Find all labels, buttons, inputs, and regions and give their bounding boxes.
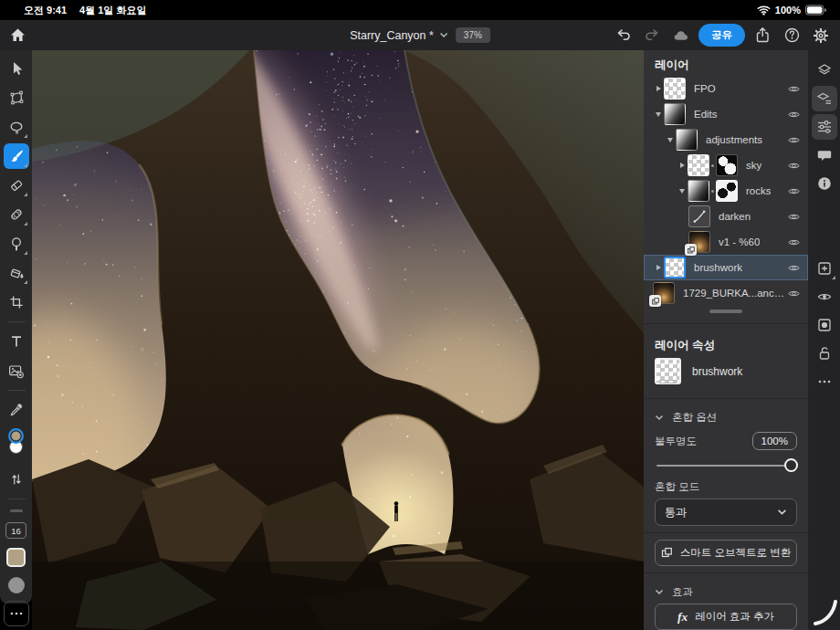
caret-down-icon[interactable] [677, 189, 688, 194]
tool-transform[interactable] [4, 85, 29, 110]
tool-move[interactable] [4, 56, 29, 81]
layer-row[interactable]: sky [644, 152, 808, 178]
cloud-sync-icon[interactable] [669, 24, 693, 47]
visibility-toggle-icon[interactable] [787, 133, 801, 147]
settings-gear-icon[interactable] [809, 24, 833, 47]
caret-right-icon[interactable] [677, 163, 688, 168]
home-button[interactable] [5, 24, 29, 47]
selected-layer-name: brushwork [692, 365, 742, 378]
tool-place-image[interactable] [4, 358, 29, 383]
info-button[interactable] [812, 171, 837, 196]
share-button[interactable]: 공유 [698, 24, 745, 47]
layer-thumbnail[interactable] [664, 103, 686, 125]
opacity-slider[interactable] [656, 458, 795, 473]
blend-mode-label: 혼합 모드 [644, 475, 808, 499]
toolbar-more-button[interactable] [4, 601, 29, 626]
layer-thumbnail[interactable] [664, 78, 686, 100]
layer-row[interactable]: v1 - %60 [644, 229, 808, 255]
tool-healing-brush[interactable] [4, 202, 29, 227]
layer-name: sky [746, 160, 761, 171]
adjustments-panel-button[interactable] [812, 114, 837, 140]
toolbar-divider [7, 499, 26, 499]
layer-thumbnail[interactable] [688, 180, 709, 202]
divider [644, 572, 808, 573]
caret-down-icon[interactable] [665, 138, 676, 142]
layer-row[interactable]: rocks [644, 178, 808, 204]
caret-right-icon[interactable] [653, 86, 664, 91]
clock: 오전 9:41 [24, 4, 67, 17]
tool-brush[interactable] [4, 143, 29, 169]
layer-row[interactable]: darken [644, 204, 808, 229]
tool-lasso[interactable] [4, 114, 29, 140]
undo-button[interactable] [611, 24, 635, 47]
layer-thumbnail[interactable] [688, 231, 710, 253]
visibility-toggle-icon[interactable] [787, 159, 801, 173]
layer-thumbnail[interactable] [653, 282, 675, 304]
mask-link-icon [711, 164, 714, 167]
opacity-value-field[interactable]: 100% [752, 432, 797, 450]
panel-drag-handle[interactable] [709, 310, 742, 313]
layer-thumbnail[interactable] [676, 129, 698, 151]
effects-header[interactable]: 효과 [644, 580, 808, 604]
document-title[interactable]: Starry_Canyon * [350, 29, 448, 42]
layer-thumbnail[interactable] [688, 205, 710, 227]
layer-properties-row: brushwork [644, 356, 808, 392]
layer-visibility-button[interactable] [812, 284, 837, 310]
layers-view-button[interactable] [812, 58, 837, 83]
layer-row[interactable]: 1729_BURKA...anced-NR33 [644, 280, 808, 306]
add-layer-effects-button[interactable]: fx 레이어 효과 추가 [655, 604, 797, 630]
tool-fill-bucket[interactable] [4, 260, 29, 286]
visibility-toggle-icon[interactable] [787, 236, 801, 249]
layer-properties-panel-button[interactable] [812, 86, 837, 111]
lock-layer-button[interactable] [812, 341, 837, 366]
caret-down-icon[interactable] [653, 112, 664, 117]
layer-mask-button[interactable] [812, 312, 837, 338]
tool-crop[interactable] [4, 289, 29, 315]
opacity-slider-track[interactable] [656, 465, 795, 467]
canvas-image[interactable] [32, 50, 644, 630]
layer-row[interactable]: FPO [644, 76, 808, 101]
comments-button[interactable] [812, 142, 837, 168]
fx-icon: fx [677, 610, 688, 625]
blend-options-header[interactable]: 혼합 옵션 [644, 405, 808, 429]
toolbar-drag-pill[interactable] [10, 509, 23, 512]
smart-object-icon [661, 547, 673, 559]
tool-type[interactable] [4, 329, 29, 354]
layer-row[interactable]: brushwork [644, 255, 808, 280]
redo-button[interactable] [640, 24, 664, 47]
layer-thumbnail[interactable] [664, 257, 686, 278]
convert-smart-object-button[interactable]: 스마트 오브젝트로 변환 [655, 540, 797, 566]
visibility-toggle-icon[interactable] [787, 184, 801, 198]
help-button[interactable] [780, 24, 803, 47]
foreground-color-well[interactable] [8, 428, 24, 444]
brush-tip-preview[interactable] [8, 577, 25, 593]
layer-row[interactable]: Edits [644, 101, 808, 127]
visibility-toggle-icon[interactable] [787, 287, 801, 300]
visibility-toggle-icon[interactable] [787, 210, 801, 224]
opacity-slider-knob[interactable] [784, 458, 798, 472]
visibility-toggle-icon[interactable] [787, 108, 801, 121]
brush-color-swatch[interactable] [6, 548, 26, 567]
tool-eraser[interactable] [4, 173, 29, 198]
export-icon[interactable] [751, 24, 774, 47]
battery-icon [805, 5, 827, 16]
layer-name: 1729_BURKA...anced-NR33 [683, 288, 787, 299]
layer-more-options-button[interactable] [812, 369, 837, 394]
tool-dodge-burn[interactable] [4, 231, 29, 257]
caret-right-icon[interactable] [653, 265, 664, 270]
add-layer-button[interactable] [812, 256, 837, 281]
layer-row[interactable]: adjustments [644, 127, 808, 152]
tool-eyedropper[interactable] [4, 397, 29, 423]
chevron-down-icon [439, 32, 448, 38]
layer-mask-thumbnail[interactable] [716, 180, 738, 202]
chevron-down-icon [655, 589, 664, 595]
visibility-toggle-icon[interactable] [787, 261, 801, 275]
layer-thumbnail[interactable] [688, 154, 709, 176]
zoom-level-badge[interactable]: 37% [456, 27, 490, 43]
screen-corner-arc [814, 600, 837, 625]
visibility-toggle-icon[interactable] [787, 82, 801, 96]
brush-size-field[interactable]: 16 [5, 522, 26, 539]
swap-arrows-icon[interactable] [4, 467, 29, 492]
blend-mode-dropdown[interactable]: 통과 [655, 499, 797, 526]
layer-mask-thumbnail[interactable] [716, 154, 738, 176]
